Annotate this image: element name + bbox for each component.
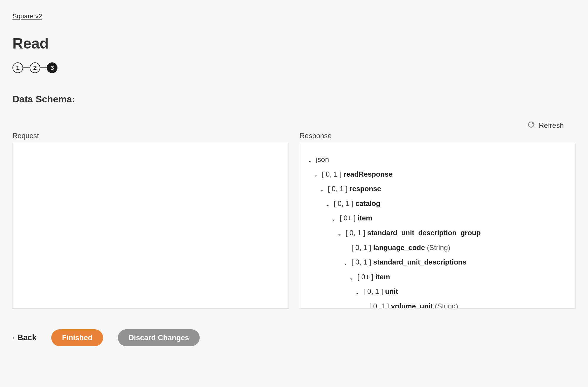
- refresh-button[interactable]: Refresh: [528, 121, 564, 130]
- tree-node-label: [ 0, 1 ] standard_unit_descriptions: [352, 257, 467, 267]
- tree-node: [ 0, 1 ] volume_unit (String): [361, 299, 568, 309]
- step-connector: [23, 67, 30, 68]
- back-label: Back: [17, 333, 37, 342]
- tree-node-label: [ 0, 1 ] unit: [363, 286, 398, 296]
- tree-node[interactable]: json: [307, 152, 568, 167]
- request-label: Request: [12, 132, 289, 140]
- back-button[interactable]: ‹ Back: [12, 333, 36, 342]
- chevron-left-icon: ‹: [12, 334, 15, 341]
- chevron-down-icon[interactable]: [349, 274, 354, 280]
- tree-node: [ 0, 1 ] language_code (String): [343, 240, 568, 255]
- request-panel: [12, 143, 289, 309]
- tree-node[interactable]: [ 0, 1 ] catalog: [325, 196, 568, 211]
- tree-node-label: [ 0+ ] item: [340, 213, 372, 223]
- page-title: Read: [12, 35, 576, 52]
- step-indicator: 1 2 3: [12, 62, 576, 73]
- chevron-down-icon[interactable]: [313, 171, 318, 177]
- tree-node[interactable]: [ 0+ ] item: [331, 211, 568, 225]
- chevron-down-icon[interactable]: [307, 157, 313, 162]
- chevron-down-icon[interactable]: [343, 259, 348, 265]
- step-1[interactable]: 1: [12, 62, 23, 73]
- step-2[interactable]: 2: [30, 62, 40, 73]
- tree-node[interactable]: [ 0, 1 ] standard_unit_description_group: [337, 225, 568, 240]
- chevron-down-icon[interactable]: [319, 186, 324, 191]
- tree-node-label: [ 0, 1 ] volume_unit (String): [369, 301, 458, 309]
- tree-node[interactable]: [ 0, 1 ] unit: [355, 284, 568, 299]
- tree-node-label: [ 0, 1 ] catalog: [334, 199, 380, 209]
- step-3[interactable]: 3: [47, 62, 57, 73]
- response-label: Response: [300, 132, 576, 140]
- step-connector: [40, 67, 47, 68]
- chevron-down-icon[interactable]: [337, 230, 342, 236]
- tree-node[interactable]: [ 0, 1 ] standard_unit_descriptions: [343, 255, 568, 270]
- finished-button[interactable]: Finished: [51, 329, 103, 346]
- tree-node-label: [ 0, 1 ] language_code (String): [352, 243, 450, 253]
- tree-node[interactable]: [ 0, 1 ] readResponse: [313, 167, 568, 182]
- response-panel: json[ 0, 1 ] readResponse[ 0, 1 ] respon…: [300, 143, 576, 309]
- discard-button[interactable]: Discard Changes: [118, 329, 200, 346]
- refresh-icon: [528, 121, 535, 130]
- tree-node[interactable]: [ 0, 1 ] response: [319, 181, 568, 196]
- tree-node-label: [ 0, 1 ] standard_unit_description_group: [346, 228, 481, 238]
- chevron-down-icon[interactable]: [325, 201, 330, 206]
- section-title: Data Schema:: [12, 94, 576, 105]
- chevron-down-icon[interactable]: [331, 215, 336, 221]
- breadcrumb[interactable]: Square v2: [12, 12, 42, 20]
- chevron-down-icon[interactable]: [355, 289, 360, 294]
- tree-node-label: [ 0, 1 ] readResponse: [322, 169, 393, 179]
- refresh-label: Refresh: [539, 121, 564, 130]
- tree-node-label: [ 0, 1 ] response: [328, 184, 381, 194]
- tree-node[interactable]: [ 0+ ] item: [349, 270, 568, 284]
- tree-node-label: json: [316, 154, 329, 165]
- tree-node-label: [ 0+ ] item: [358, 272, 390, 282]
